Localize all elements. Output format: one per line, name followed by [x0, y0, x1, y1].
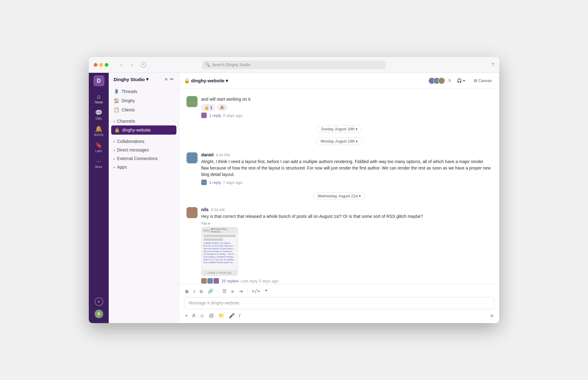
collaborations-expander[interactable]: ▸ Collaborations	[109, 137, 179, 146]
sidebar-item-activity[interactable]: 🔔 Activity	[90, 123, 107, 138]
content-area: 🔒 dinghy-website ▾ 5 🎧 ▾	[179, 73, 499, 323]
sidebar-item-clients[interactable]: 📋 Clients	[109, 105, 179, 114]
external-connections-label: External Connections	[117, 156, 158, 161]
file-label[interactable]: File ▾	[201, 222, 492, 226]
reply-avatar	[201, 180, 207, 185]
link-button[interactable]: 🔗	[206, 288, 215, 295]
expand-arrow-dm-icon: ▸	[114, 148, 115, 152]
search-placeholder: Search Dinghy Studio	[212, 62, 251, 67]
avatar	[187, 207, 198, 218]
external-connections-expander[interactable]: ▸ External Connections	[109, 154, 179, 163]
indent-button[interactable]: ⇥	[238, 288, 244, 295]
dinghy-icon: 🏠	[114, 98, 119, 103]
headphone-button[interactable]: 🎧 ▾	[454, 77, 468, 84]
headphone-icon: 🎧	[457, 78, 462, 83]
back-button[interactable]: ‹	[117, 61, 126, 69]
search-bar[interactable]: 🔍 Search Dinghy Studio	[202, 61, 386, 69]
file-attachment[interactable]: 08:53 ◀ Dinghy Blog – Reflectio... Usabi…	[201, 227, 238, 276]
reply-link[interactable]: 1 reply 8 days ago	[201, 113, 492, 118]
numbered-list-button[interactable]: ≡	[230, 288, 235, 295]
later-icon: 🔖	[95, 141, 103, 149]
date-pill-wednesday[interactable]: Wednesday, August 21st ▾	[313, 192, 365, 200]
reply-link-nils[interactable]: 25 replies Last reply 5 days ago	[201, 278, 492, 284]
titlebar-navigation: ‹ › 🕐	[117, 61, 148, 69]
screenshot-link: Live-Coding a Fullstack Prototype – Epis…	[203, 256, 236, 258]
add-workspace-button[interactable]: +	[95, 297, 103, 306]
screenshot-row	[203, 235, 236, 237]
help-button[interactable]: ?	[492, 62, 494, 68]
reply-avatar-1	[201, 278, 207, 284]
filter-icon[interactable]: ≡	[165, 76, 168, 82]
reply-link-daniel[interactable]: 1 reply 7 days ago	[201, 180, 492, 185]
strikethrough-button[interactable]: S	[198, 288, 204, 295]
direct-messages-expander[interactable]: ▸ Direct messages	[109, 146, 179, 154]
sidebar-item-later[interactable]: 🔖 Later	[90, 140, 107, 155]
clients-label: Clients	[122, 107, 135, 112]
input-actions: + A ☺ @ 📁 🎤 / ➤	[184, 312, 494, 319]
message-input[interactable]: Message # dinghy-website	[184, 297, 494, 309]
sidebar: Dinghy Studio ▾ ≡ ✏ 🧵 Threads 🏠 Dinghy	[109, 73, 179, 323]
reaction-tada[interactable]: 🎉	[217, 104, 227, 111]
bullet-list-button[interactable]: ☰	[221, 288, 228, 295]
user-avatar[interactable]: D	[95, 310, 103, 318]
toolbar-separator-1	[218, 289, 218, 294]
emoji-button[interactable]: ☺	[199, 312, 205, 319]
message-author: daniel	[201, 152, 213, 157]
maximize-button[interactable]	[105, 63, 108, 67]
screenshot-footer: Update 2 minutes ago	[202, 270, 238, 275]
blockquote-button[interactable]: ❝	[264, 288, 269, 295]
apps-expander[interactable]: ▸ Apps	[109, 163, 179, 171]
message-text: Hey is that correct that released a whol…	[201, 213, 492, 220]
slash-button[interactable]: /	[238, 312, 241, 319]
search-icon: 🔍	[205, 62, 210, 67]
channel-name[interactable]: 🔒 dinghy-website ▾	[184, 78, 228, 84]
mention-button[interactable]: @	[208, 312, 215, 319]
date-divider-sunday: Sunday, August 18th ▾	[187, 125, 492, 133]
audio-button[interactable]: 🎤	[228, 312, 236, 319]
reactions: 👍 1 🎉	[201, 104, 492, 111]
forward-button[interactable]: ›	[128, 61, 137, 69]
reply-ago: 8 days ago	[223, 113, 243, 118]
sidebar-item-threads[interactable]: 🧵 Threads	[109, 87, 179, 96]
sidebar-item-dinghy[interactable]: 🏠 Dinghy	[109, 96, 179, 105]
history-button[interactable]: 🕐	[139, 61, 148, 69]
message-text: and will start working on it.	[201, 96, 492, 102]
canvas-button[interactable]: ⊞ Canvas	[471, 77, 494, 84]
date-pill[interactable]: Sunday, August 18th ▾	[316, 125, 362, 133]
channels-expander[interactable]: ▸ Channels	[109, 117, 179, 125]
member-avatars[interactable]	[428, 77, 445, 84]
reply-count[interactable]: 25 replies	[221, 279, 239, 283]
direct-messages-label: Direct messages	[117, 147, 149, 152]
font-button[interactable]: A	[191, 312, 196, 319]
channels-label: Channels	[117, 119, 135, 124]
attach-button[interactable]: 📁	[217, 312, 225, 319]
reply-count[interactable]: 1 reply	[209, 180, 221, 185]
send-button[interactable]: ➤	[490, 312, 494, 319]
screenshot-link: How we reduced CloverCards support ticke…	[203, 248, 236, 250]
list-item: nils 8:54 AM Hey is that correct that re…	[179, 205, 499, 284]
message-body-nils: nils 8:54 AM Hey is that correct that re…	[201, 207, 492, 284]
reaction-thumbsup[interactable]: 👍 1	[201, 104, 215, 111]
reply-count[interactable]: 1 reply	[209, 113, 221, 118]
channel-chevron-icon: ▾	[226, 78, 228, 84]
add-button[interactable]: +	[184, 312, 189, 319]
sidebar-item-dms[interactable]: 💬 DMs	[90, 107, 107, 122]
date-divider-wednesday: Wednesday, August 21st ▾	[187, 192, 492, 200]
sidebar-item-home[interactable]: ⌂ Home	[90, 91, 107, 106]
sidebar-item-more[interactable]: ··· More	[90, 156, 107, 170]
sidebar-item-dinghy-website[interactable]: 🔒 dinghy-website	[111, 125, 176, 135]
workspace-icon[interactable]: D	[93, 75, 104, 86]
date-pill-monday[interactable]: Monday, August 19th ▾	[316, 138, 362, 145]
clients-icon: 📋	[114, 107, 119, 113]
threads-icon: 🧵	[114, 89, 119, 94]
screenshot-link: UX Research & Testing – The Dinghy Way	[203, 253, 236, 255]
italic-button[interactable]: I	[192, 288, 196, 295]
bold-button[interactable]: B	[184, 288, 190, 295]
workspace-title[interactable]: Dinghy Studio ▾	[114, 76, 149, 82]
later-label: Later	[95, 149, 102, 153]
compose-icon[interactable]: ✏	[170, 76, 174, 82]
minimize-button[interactable]	[99, 63, 103, 67]
code-button[interactable]: </>	[251, 288, 261, 295]
headphone-chevron-icon: ▾	[463, 78, 465, 83]
close-button[interactable]	[94, 63, 97, 67]
